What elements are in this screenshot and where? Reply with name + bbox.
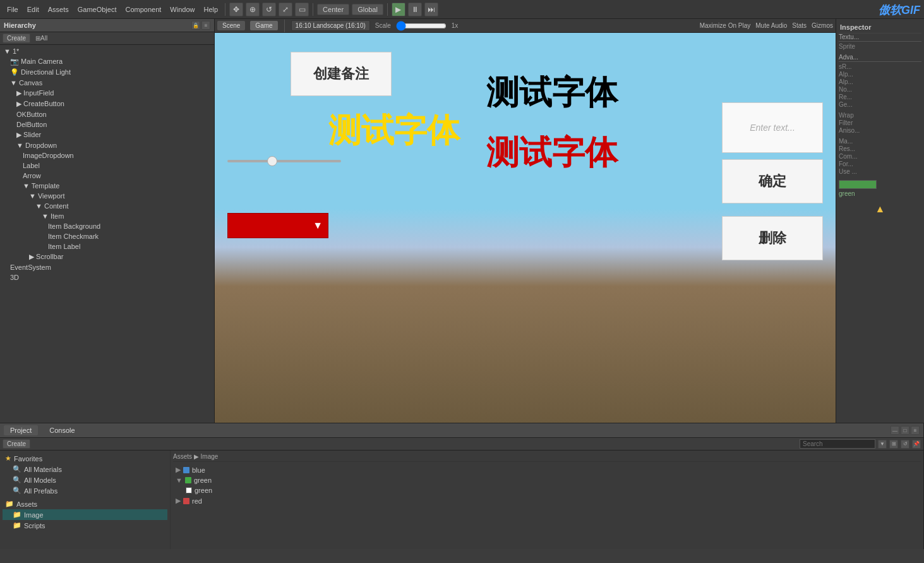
resolution-selector[interactable]: 16:10 Landscape (16:10) [291,20,370,31]
hier-item-root[interactable]: ▼ 1* [0,46,214,56]
project-refresh-icon[interactable]: ↺ [901,440,909,449]
menu-file[interactable]: File [4,4,21,15]
project-create-btn[interactable]: Create [3,439,30,449]
project-collapse-icon[interactable]: — [891,426,899,435]
project-pin-icon[interactable]: 📌 [912,440,921,449]
menu-window[interactable]: Window [167,4,198,15]
warning-triangle: ▲ [839,203,921,215]
step-button[interactable]: ⏭ [424,3,438,16]
green-sub-color-dot [186,487,192,493]
green-expand-icon: ▼ [176,476,183,484]
hier-item-itembackground[interactable]: Item Background [0,221,214,231]
hierarchy-create-btn[interactable]: Create [3,33,30,43]
hier-item-inputfield[interactable]: ▶ InputField [0,88,214,99]
hier-item-viewport[interactable]: ▼ Viewport [0,191,214,201]
hier-item-scrollbar[interactable]: ▶ Scrollbar [0,251,214,262]
green-asset-item[interactable]: ▼ green [173,475,921,485]
slider-thumb[interactable] [267,156,277,166]
hier-item-slider[interactable]: ▶ Slider [0,130,214,140]
scale-tool[interactable]: ⤢ [279,3,292,16]
form-label: For... [839,160,853,167]
hier-item-itemlabel[interactable]: Item Label [0,241,214,251]
rotate-tool[interactable]: ↺ [262,3,276,16]
sr-label: sR... [839,63,852,70]
hier-item-itemcheckmark[interactable]: Item Checkmark [0,231,214,241]
confirm-button[interactable]: 确定 [722,159,823,203]
menu-component[interactable]: Component [122,4,164,15]
green-color-swatch[interactable] [839,180,877,189]
create-note-button[interactable]: 创建备注 [291,52,392,96]
hierarchy-menu-icon[interactable]: ≡ [201,21,210,30]
project-search-input[interactable] [800,439,875,449]
viewport-header: Scene Game 16:10 Landscape (16:10) Scale… [215,19,836,33]
read-label: Re... [839,94,852,100]
hier-item-canvas[interactable]: ▼ Canvas [0,78,214,88]
red-asset-item[interactable]: ▶ red [173,495,921,506]
move-tool[interactable]: ⊕ [246,3,260,16]
hier-item-imagedropdown[interactable]: ImageDropdown [0,150,214,160]
game-tab[interactable]: Game [250,21,277,30]
all-prefabs-item[interactable]: 🔍 All Prefabs [3,485,167,496]
use-label: Use ... [839,168,857,175]
hier-item-dirlight[interactable]: 💡 Directional Light [0,67,214,78]
hier-item-3d[interactable]: 3D [0,272,214,282]
delete-button[interactable]: 删除 [722,216,823,260]
hier-item-dropdown[interactable]: ▼ Dropdown [0,140,214,150]
hier-item-delbutton[interactable]: DelButton [0,119,214,130]
green-sub-asset-item[interactable]: green [173,485,921,495]
alp1-label: Alp... [839,71,853,78]
menu-edit[interactable]: Edit [24,4,42,15]
blue-asset-item[interactable]: ▶ blue [173,464,921,475]
global-button[interactable]: Global [352,4,383,15]
hierarchy-panel-icons: 🔒 ≡ [191,21,210,30]
hierarchy-lock-icon[interactable]: 🔒 [191,21,200,30]
slider-control[interactable] [227,156,341,166]
scene-tab[interactable]: Scene [217,21,245,30]
image-folder-item[interactable]: 📁 Image [3,509,167,520]
search-options-icon[interactable]: ▼ [878,440,887,449]
hier-item-okbutton[interactable]: OKButton [0,109,214,119]
transform-tool[interactable]: ✥ [229,3,243,16]
project-expand-icon[interactable]: □ [901,426,909,435]
hier-item-template[interactable]: ▼ Template [0,181,214,191]
hierarchy-list[interactable]: ▼ 1* 📷 Main Camera 💡 Directional Light ▼… [0,45,214,423]
project-menu-icon[interactable]: ≡ [911,426,920,435]
scale-slider[interactable] [396,21,447,31]
insp-form-row: For... [839,160,921,167]
hierarchy-all-btn[interactable]: ⊞All [33,34,50,42]
rect-tool[interactable]: ▭ [295,3,309,16]
gizmos-btn[interactable]: Gizmos [812,22,833,29]
hier-item-arrow[interactable]: Arrow [0,171,214,181]
scripts-folder-item[interactable]: 📁 Scripts [3,520,167,531]
hier-item-eventsystem[interactable]: EventSystem [0,262,214,272]
bottom-panel: Project Console — □ ≡ Create ▼ ⊞ ↺ 📌 ★ F… [0,423,924,549]
project-tab[interactable]: Project [4,425,38,435]
separator-3 [387,3,388,16]
menu-assets[interactable]: Assets [45,4,72,15]
play-button[interactable]: ▶ [392,3,405,16]
hier-item-item[interactable]: ▼ Item [0,211,214,221]
hier-item-content[interactable]: ▼ Content [0,201,214,211]
input-field[interactable]: Enter text... [722,102,823,153]
search-icon-prefabs: 🔍 [13,487,21,495]
stats-btn[interactable]: Stats [792,22,807,29]
inspector-sprite-row: Sprite [839,43,921,50]
pause-button[interactable]: ⏸ [408,3,422,16]
all-models-item[interactable]: 🔍 All Models [3,475,167,485]
menu-gameobject[interactable]: GameObject [75,4,120,15]
assets-group[interactable]: 📁 Assets [3,499,167,509]
mute-audio[interactable]: Mute Audio [755,22,787,29]
hier-item-createbutton[interactable]: ▶ CreateButton [0,99,214,109]
favorites-group[interactable]: ★ Favorites [3,453,167,464]
hier-item-maincamera[interactable]: 📷 Main Camera [0,56,214,67]
project-layout-icon[interactable]: ⊞ [889,440,898,449]
all-materials-item[interactable]: 🔍 All Materials [3,464,167,475]
console-tab[interactable]: Console [43,425,81,435]
hier-item-label[interactable]: Label [0,160,214,171]
dropdown-control[interactable]: ▼ [227,213,328,238]
center-button[interactable]: Center [317,4,349,15]
dropdown-arrow-icon: ▼ [313,220,323,231]
menu-help[interactable]: Help [200,4,221,15]
maximize-on-play[interactable]: Maximize On Play [700,22,751,29]
separator-1 [225,3,225,16]
